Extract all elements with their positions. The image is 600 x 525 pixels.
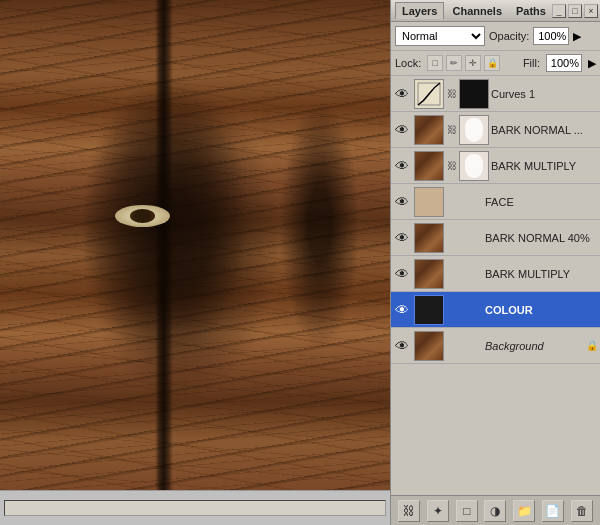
layer-visibility-icon[interactable]: 👁 <box>393 337 411 355</box>
eye <box>115 205 170 227</box>
bark-thumb <box>415 152 443 180</box>
blend-mode-row: Normal Opacity: ▶ <box>391 22 600 51</box>
layer-visibility-icon[interactable]: 👁 <box>393 85 411 103</box>
new-layer-btn[interactable]: 📄 <box>542 500 564 522</box>
layer-thumbnail <box>414 187 444 217</box>
layer-row[interactable]: 👁 ⛓ Curves 1 <box>391 76 600 112</box>
layer-visibility-icon[interactable]: 👁 <box>393 265 411 283</box>
tab-channels[interactable]: Channels <box>446 2 508 19</box>
layer-thumbnail <box>414 295 444 325</box>
face-thumb <box>415 188 443 216</box>
group-btn[interactable]: 📁 <box>513 500 535 522</box>
tab-paths[interactable]: Paths <box>510 2 552 19</box>
link-layers-btn[interactable]: ⛓ <box>398 500 420 522</box>
layer-thumbnail <box>414 331 444 361</box>
bark-thumb <box>415 332 443 360</box>
chain-link-icon: ⛓ <box>447 160 457 171</box>
adjustment-btn[interactable]: ◑ <box>484 500 506 522</box>
opacity-input[interactable] <box>533 27 569 45</box>
chain-link-icon: ⛓ <box>447 124 457 135</box>
layer-style-btn[interactable]: ✦ <box>427 500 449 522</box>
layer-thumbnail <box>414 151 444 181</box>
layer-visibility-icon[interactable]: 👁 <box>393 193 411 211</box>
fill-arrow[interactable]: ▶ <box>588 57 596 70</box>
layer-mask-thumbnail <box>459 151 489 181</box>
chain-link-icon: ⛓ <box>447 88 457 99</box>
eye-iris <box>130 209 155 223</box>
lock-position-btn[interactable]: ✛ <box>465 55 481 71</box>
lock-all-btn[interactable]: 🔒 <box>484 55 500 71</box>
layer-thumbnail <box>414 259 444 289</box>
layer-row[interactable]: 👁 ⛓ BARK MULTIPLY <box>391 148 600 184</box>
right-shadow <box>280 100 360 350</box>
horizontal-scrollbar[interactable] <box>4 500 386 516</box>
blend-mode-select[interactable]: Normal <box>395 26 485 46</box>
maximize-button[interactable]: □ <box>568 4 582 18</box>
layer-mask-btn[interactable]: □ <box>456 500 478 522</box>
lock-transparent-btn[interactable]: □ <box>427 55 443 71</box>
mask-black-thumb <box>460 80 488 108</box>
app-container: Layers Channels Paths _ □ × Normal Opaci… <box>0 0 600 525</box>
layer-row[interactable]: 👁 BARK NORMAL 40% <box>391 220 600 256</box>
layer-name: COLOUR <box>485 304 598 316</box>
minimize-button[interactable]: _ <box>552 4 566 18</box>
mask-face-shape <box>465 118 483 142</box>
mask-grey-thumb <box>460 152 488 180</box>
layer-mask-thumbnail <box>459 115 489 145</box>
layer-name: BARK MULTIPLY <box>485 268 598 280</box>
close-button[interactable]: × <box>584 4 598 18</box>
layer-row[interactable]: 👁 FACE <box>391 184 600 220</box>
layer-row-selected[interactable]: 👁 COLOUR <box>391 292 600 328</box>
panel-tabs: Layers Channels Paths <box>395 2 552 19</box>
layer-row[interactable]: 👁 ⛓ BARK NORMAL ... <box>391 112 600 148</box>
bark-thumb <box>415 224 443 252</box>
curves-thumb <box>415 80 443 108</box>
layer-name: Background <box>485 340 584 352</box>
layer-name: Curves 1 <box>491 88 598 100</box>
opacity-label: Opacity: <box>489 30 529 42</box>
layer-name: FACE <box>485 196 598 208</box>
lock-row: Lock: □ ✏ ✛ 🔒 Fill: ▶ <box>391 51 600 76</box>
face-shadow <box>80 80 280 400</box>
layer-name: BARK NORMAL 40% <box>485 232 598 244</box>
canvas-area <box>0 0 390 525</box>
layer-visibility-icon[interactable]: 👁 <box>393 229 411 247</box>
lock-image-btn[interactable]: ✏ <box>446 55 462 71</box>
layers-list[interactable]: 👁 ⛓ Curves 1 <box>391 76 600 495</box>
delete-layer-btn[interactable]: 🗑 <box>571 500 593 522</box>
layer-thumbnail <box>414 79 444 109</box>
layer-row-background[interactable]: 👁 Background 🔒 <box>391 328 600 364</box>
layers-panel: Layers Channels Paths _ □ × Normal Opaci… <box>390 0 600 525</box>
bark-thumb <box>415 116 443 144</box>
lock-icons: □ ✏ ✛ 🔒 <box>427 55 500 71</box>
colour-thumb <box>415 296 443 324</box>
layer-name: BARK NORMAL ... <box>491 124 598 136</box>
layer-visibility-icon[interactable]: 👁 <box>393 157 411 175</box>
layer-thumbnail <box>414 223 444 253</box>
layer-row[interactable]: 👁 BARK MULTIPLY <box>391 256 600 292</box>
fill-input[interactable] <box>546 54 582 72</box>
panel-toolbar: ⛓ ✦ □ ◑ 📁 📄 🗑 <box>391 495 600 525</box>
fill-label: Fill: <box>523 57 540 69</box>
mask-grey-thumb <box>460 116 488 144</box>
panel-controls: _ □ × <box>552 4 598 18</box>
bark-thumb <box>415 260 443 288</box>
tab-layers[interactable]: Layers <box>395 2 444 19</box>
layer-name: BARK MULTIPLY <box>491 160 598 172</box>
mask-face-shape <box>465 154 483 178</box>
layer-mask-thumbnail <box>459 79 489 109</box>
canvas-scrollbar-area <box>0 490 390 525</box>
layer-lock-icon: 🔒 <box>586 340 598 351</box>
layer-thumbnail <box>414 115 444 145</box>
layer-visibility-icon[interactable]: 👁 <box>393 301 411 319</box>
lock-label: Lock: <box>395 57 421 69</box>
panel-title-bar: Layers Channels Paths _ □ × <box>391 0 600 22</box>
layer-visibility-icon[interactable]: 👁 <box>393 121 411 139</box>
opacity-arrow[interactable]: ▶ <box>573 30 581 43</box>
canvas-image <box>0 0 390 490</box>
